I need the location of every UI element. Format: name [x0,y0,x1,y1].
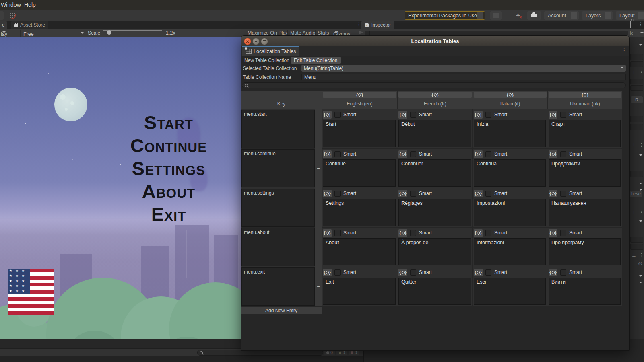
kebab-icon[interactable]: ⋮ [639,253,644,258]
column-header-french[interactable]: {} French (fr) [398,91,473,109]
remove-entry-button[interactable]: − [316,127,321,132]
layers-dropdown[interactable]: Layers [582,11,613,20]
game-menu-continue[interactable]: Continue [104,136,233,155]
cell-metadata-button[interactable]: {} [323,229,332,237]
maximize-on-play-toggle[interactable]: Maximize On Play [248,30,288,36]
menu-help[interactable]: Help [24,2,36,8]
game-menu-about[interactable]: About [104,181,233,201]
smart-checkbox[interactable] [485,269,491,276]
key-field[interactable]: menu.exit [242,267,315,306]
cell-metadata-button[interactable]: {} [398,150,407,158]
smart-checkbox[interactable] [410,151,416,157]
column-header-italian[interactable]: {} Italian (it) [473,91,548,109]
smart-checkbox[interactable] [560,269,566,276]
inspector-menu-icon[interactable]: ⋮ [638,23,643,25]
smart-checkbox[interactable] [334,151,341,157]
smart-checkbox[interactable] [334,191,341,197]
smart-checkbox[interactable] [560,191,566,197]
selected-collection-dropdown[interactable]: Menu(StringTable) [301,65,626,72]
cell-metadata-button[interactable]: {} [398,190,407,197]
smart-checkbox[interactable] [485,112,491,118]
translation-field[interactable]: Continue [323,159,396,187]
cell-metadata-button[interactable]: {} [474,150,483,158]
cell-metadata-button[interactable]: {} [549,150,557,158]
tab-inspector[interactable]: i Inspector [361,21,394,29]
translation-field[interactable]: Début [398,120,471,147]
button-fragment[interactable]: hese [630,191,642,197]
cell-metadata-button[interactable]: {} [398,111,407,119]
tab-game-partial[interactable]: e [0,21,7,29]
window-menu-icon[interactable]: ⋮ [622,48,627,50]
smart-checkbox[interactable] [485,151,491,157]
smart-checkbox[interactable] [485,230,491,236]
cell-metadata-button[interactable]: {} [549,269,557,276]
tab-localization-tables[interactable]: Localization Tables [242,46,299,56]
static-chevron-icon[interactable] [640,32,644,35]
preset-icon[interactable]: ⊥ [632,70,636,75]
scale-slider-track[interactable] [103,30,162,31]
layout-dropdown[interactable]: Layout [616,11,644,20]
chevron-down-icon[interactable] [639,220,642,224]
game-menu-start[interactable]: Start [104,113,233,132]
experimental-packages-button[interactable]: Experimental Packages In Use [405,11,485,20]
tab-asset-store[interactable]: Asset Store [11,21,48,29]
kebab-icon[interactable]: ⋮ [639,210,644,215]
collab-button[interactable]: ✦✕ [511,11,525,20]
preset-icon[interactable]: ⊥ [632,210,636,215]
window-titlebar[interactable]: ✕ − Localization Tables [241,36,629,46]
translation-field[interactable]: Продовжити [549,159,621,187]
smart-checkbox[interactable] [410,191,416,197]
key-field[interactable]: menu.continue [242,149,315,187]
kebab-icon[interactable]: ⋮ [639,70,644,75]
smart-checkbox[interactable] [560,151,566,157]
services-button[interactable] [490,11,502,20]
column-header-ukrainian[interactable]: {} Ukrainian (uk) [548,91,623,109]
translation-field[interactable]: Informazioni [474,238,546,265]
key-column-header[interactable]: Key [241,91,322,109]
column-metadata-button[interactable]: {} [549,92,621,98]
column-header-english[interactable]: {} English (en) [322,91,398,109]
translation-field[interactable]: Exit [323,278,396,305]
radius-icon[interactable]: ◎ [638,261,642,266]
translation-field[interactable]: Inizia [474,120,546,147]
mute-audio-toggle[interactable]: Mute Audio [290,30,316,36]
collection-name-field[interactable]: Menu [301,74,626,80]
scale-slider-knob[interactable] [107,30,111,35]
smart-checkbox[interactable] [410,230,416,236]
remove-entry-button[interactable]: − [316,206,321,210]
translation-field[interactable]: À propos de [398,238,471,265]
smart-checkbox[interactable] [560,112,566,118]
new-table-collection-button[interactable]: New Table Collection [242,57,292,64]
key-field[interactable]: menu.settings [242,189,315,227]
aspect-chevron-icon[interactable] [80,32,84,35]
translation-field[interactable]: Старт [549,120,621,147]
column-metadata-button[interactable]: {} [323,92,396,98]
cell-metadata-button[interactable]: {} [398,229,407,237]
us-flag[interactable]: ★ ★ ★ ★ ★ ★ ★ ★ ★ ★ ★ ★ ★ ★ ★ [8,269,54,315]
translation-field[interactable]: Impostazioni [474,199,546,226]
gameobject-name-field[interactable] [370,31,628,35]
stats-toggle[interactable]: Stats [318,30,329,36]
translation-field[interactable]: Про програму [549,238,621,265]
chevron-down-icon[interactable] [639,44,642,47]
tool-button-partial[interactable] [0,11,4,20]
window-close-button[interactable]: ✕ [244,38,251,45]
chevron-down-icon[interactable] [639,183,642,186]
grid-snap-tool-button[interactable] [6,11,18,20]
cell-metadata-button[interactable]: {} [474,111,483,119]
window-minimize-button[interactable]: − [252,38,260,45]
chevron-down-icon[interactable] [639,282,642,285]
remove-entry-button[interactable]: − [316,284,321,289]
rotation-button[interactable]: R [630,96,643,103]
key-field[interactable]: menu.about [242,228,315,266]
translation-field[interactable]: Вийти [549,278,621,305]
cell-metadata-button[interactable]: {} [323,111,332,119]
translation-field[interactable]: Quitter [398,278,471,305]
translation-field[interactable]: Налаштування [549,199,621,226]
chevron-down-icon[interactable] [639,275,642,278]
translation-field[interactable]: Réglages [398,199,471,226]
kebab-icon[interactable]: ⋮ [639,142,644,148]
table-search-field[interactable] [242,82,626,88]
cell-metadata-button[interactable]: {} [323,269,332,276]
translation-field[interactable]: Continuer [398,159,471,187]
